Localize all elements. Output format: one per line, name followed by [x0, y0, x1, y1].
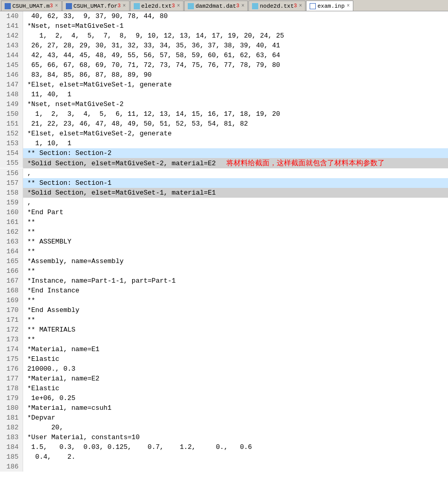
line-number-180: 180 [0, 403, 23, 413]
tab-node2d[interactable]: node2d.txt3 × [248, 1, 306, 11]
editor-area[interactable]: 140 40, 62, 33, 9, 37, 90, 78, 44, 80141… [0, 11, 448, 486]
line-text-162[interactable]: ** [23, 227, 448, 237]
line-text-151[interactable]: 21, 22, 23, 46, 47, 48, 49, 50, 51, 52, … [23, 119, 448, 129]
line-text-161[interactable]: ** [23, 217, 448, 227]
code-row-186: 186 [0, 462, 448, 472]
code-row-150: 150 1, 2, 3, 4, 5, 6, 11, 12, 13, 14, 15… [0, 109, 448, 119]
line-text-185[interactable]: 0.4, 2. [23, 452, 448, 462]
tab-close-6[interactable]: × [347, 3, 350, 9]
code-row-180: 180*Material, name=csuh1 [0, 403, 448, 413]
tab-close-4[interactable]: × [241, 3, 244, 9]
line-number-158: 158 [0, 188, 23, 198]
line-text-166[interactable]: ** [23, 266, 448, 276]
code-row-177: 177*Material, name=E2 [0, 374, 448, 384]
line-text-144[interactable]: 42, 43, 44, 45, 48, 49, 55, 56, 57, 58, … [23, 50, 448, 60]
tab-ele2d[interactable]: ele2d.txt3 × [130, 1, 184, 11]
tab-close-3[interactable]: × [177, 3, 180, 9]
line-number-157: 157 [0, 178, 23, 188]
line-number-173: 173 [0, 335, 23, 344]
tab-suffix-3: 3 [172, 3, 175, 9]
line-text-176[interactable]: 210000., 0.3 [23, 364, 448, 374]
line-text-143[interactable]: 26, 27, 28, 29, 30, 31, 32, 33, 34, 35, … [23, 41, 448, 50]
line-text-163[interactable]: ** ASSEMBLY [23, 237, 448, 247]
line-code-155: *Solid Section, elset=MatGiveSet-2, mate… [27, 160, 216, 167]
code-row-140: 140 40, 62, 33, 9, 37, 90, 78, 44, 80 [0, 11, 448, 21]
tab-icon-3 [134, 3, 140, 9]
code-row-171: 171** [0, 315, 448, 325]
code-row-166: 166** [0, 266, 448, 276]
line-text-146[interactable]: 83, 84, 85, 86, 87, 88, 89, 90 [23, 70, 448, 80]
annotation-chinese: 将材料给截面，这样截面就包含了材料本构参数了 [226, 159, 385, 167]
code-content: 140 40, 62, 33, 9, 37, 90, 78, 44, 80141… [0, 11, 448, 472]
line-number-140: 140 [0, 11, 23, 21]
line-text-181[interactable]: *Depvar [23, 413, 448, 423]
line-text-178[interactable]: *Elastic [23, 384, 448, 393]
line-text-155[interactable]: *Solid Section, elset=MatGiveSet-2, mate… [23, 158, 448, 168]
line-text-173[interactable]: ** [23, 335, 448, 344]
line-text-158[interactable]: *Solid Section, elset=MatGiveSet-1, mate… [23, 188, 448, 198]
line-text-159[interactable]: , [23, 198, 448, 207]
tab-suffix-1: 3 [50, 3, 53, 9]
line-text-183[interactable]: *User Material, constants=10 [23, 432, 448, 442]
line-text-175[interactable]: *Elastic [23, 354, 448, 364]
line-text-153[interactable]: 1, 10, 1 [23, 138, 448, 148]
line-text-170[interactable]: *End Assembly [23, 305, 448, 315]
line-text-157[interactable]: ** Section: Section-1 [23, 178, 448, 188]
line-text-156[interactable]: , [23, 168, 448, 178]
line-text-154[interactable]: ** Section: Section-2 [23, 148, 448, 158]
line-number-166: 166 [0, 266, 23, 276]
code-row-154: 154** Section: Section-2 [0, 148, 448, 158]
line-number-160: 160 [0, 207, 23, 217]
line-text-167[interactable]: *Instance, name=Part-1-1, part=Part-1 [23, 276, 448, 286]
line-text-145[interactable]: 65, 66, 67, 68, 69, 70, 71, 72, 73, 74, … [23, 60, 448, 70]
tab-exam-inp[interactable]: exam.inp × [306, 1, 353, 11]
code-row-174: 174*Material, name=E1 [0, 344, 448, 354]
code-row-185: 185 0.4, 2. [0, 452, 448, 462]
line-text-180[interactable]: *Material, name=csuh1 [23, 403, 448, 413]
tab-label-6: exam.inp [317, 3, 345, 9]
line-text-142[interactable]: 1, 2, 4, 5, 7, 8, 9, 10, 12, 13, 14, 17,… [23, 31, 448, 41]
line-text-160[interactable]: *End Part [23, 207, 448, 217]
tab-label-5: node2d.txt [260, 3, 294, 9]
line-number-167: 167 [0, 276, 23, 286]
tab-close-5[interactable]: × [299, 3, 302, 9]
line-text-164[interactable]: ** [23, 247, 448, 256]
tab-csuh-umat-m[interactable]: CSUH_UMAT.m3 × [1, 1, 62, 11]
line-text-174[interactable]: *Material, name=E1 [23, 344, 448, 354]
line-number-164: 164 [0, 247, 23, 256]
line-text-165[interactable]: *Assembly, name=Assembly [23, 256, 448, 266]
line-text-152[interactable]: *Elset, elset=MatGiveSet-2, generate [23, 129, 448, 138]
line-number-184: 184 [0, 442, 23, 452]
line-text-168[interactable]: *End Instance [23, 286, 448, 296]
code-row-182: 182 20, [0, 423, 448, 432]
line-text-150[interactable]: 1, 2, 3, 4, 5, 6, 11, 12, 13, 14, 15, 16… [23, 109, 448, 119]
line-text-148[interactable]: 11, 40, 1 [23, 90, 448, 99]
tab-close-2[interactable]: × [123, 3, 126, 9]
line-number-145: 145 [0, 60, 23, 70]
line-text-172[interactable]: ** MATERIALS [23, 325, 448, 335]
line-text-171[interactable]: ** [23, 315, 448, 325]
line-text-177[interactable]: *Material, name=E2 [23, 374, 448, 384]
line-text-141[interactable]: *Nset, nset=MatGiveSet-1 [23, 21, 448, 31]
tab-close-1[interactable]: × [55, 3, 58, 9]
line-text-147[interactable]: *Elset, elset=MatGiveSet-1, generate [23, 80, 448, 90]
line-number-178: 178 [0, 384, 23, 393]
line-text-169[interactable]: ** [23, 296, 448, 305]
line-text-140[interactable]: 40, 62, 33, 9, 37, 90, 78, 44, 80 [23, 11, 448, 21]
line-text-179[interactable]: 1e+06, 0.25 [23, 393, 448, 403]
line-number-182: 182 [0, 423, 23, 432]
code-row-142: 142 1, 2, 4, 5, 7, 8, 9, 10, 12, 13, 14,… [0, 31, 448, 41]
tab-csuh-umat-for[interactable]: CSUH_UMAT.for3 × [62, 1, 130, 11]
line-number-181: 181 [0, 413, 23, 423]
line-number-161: 161 [0, 217, 23, 227]
line-text-149[interactable]: *Nset, nset=MatGiveSet-2 [23, 99, 448, 109]
tab-icon-4 [188, 3, 194, 9]
code-row-155: 155*Solid Section, elset=MatGiveSet-2, m… [0, 158, 448, 168]
line-text-182[interactable]: 20, [23, 423, 448, 432]
line-text-184[interactable]: 1.5, 0.3, 0.03, 0.125, 0.7, 1.2, 0., 0.6 [23, 442, 448, 452]
code-row-162: 162** [0, 227, 448, 237]
tab-dam2dmat[interactable]: dam2dmat.dat3 × [184, 1, 248, 11]
code-row-168: 168*End Instance [0, 286, 448, 296]
code-row-156: 156, [0, 168, 448, 178]
code-row-160: 160*End Part [0, 207, 448, 217]
